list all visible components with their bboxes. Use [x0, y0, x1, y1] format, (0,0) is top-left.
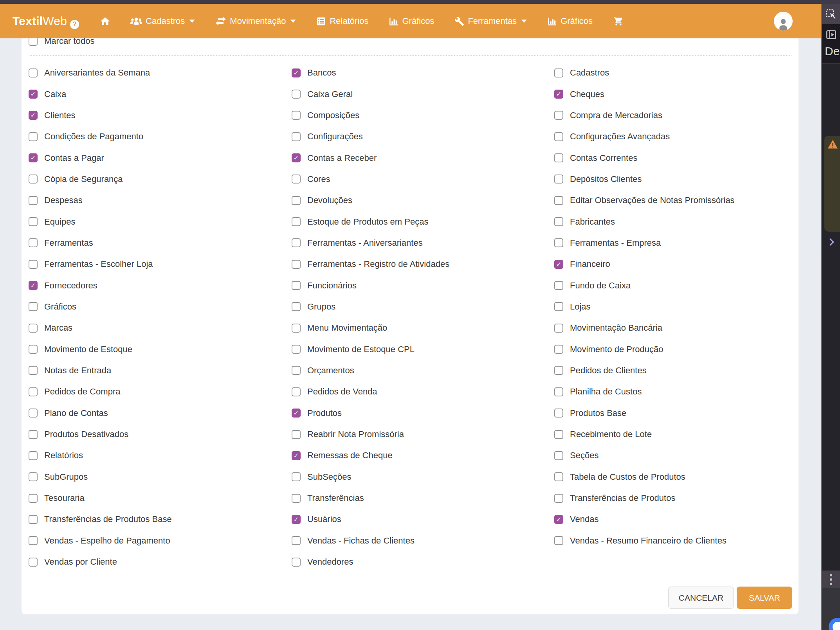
checkbox-unchecked[interactable]	[554, 472, 563, 481]
checkbox-unchecked[interactable]	[292, 494, 301, 503]
checkbox-item[interactable]: Planilha de Custos	[554, 381, 797, 402]
checkbox-unchecked[interactable]	[292, 238, 301, 247]
checkbox-item[interactable]: Vendas por Cliente	[29, 551, 292, 572]
checkbox-unchecked[interactable]	[29, 515, 38, 524]
checkbox-item[interactable]: Plano de Contas	[29, 403, 292, 424]
checkbox-checked[interactable]: ✓	[554, 260, 563, 269]
checkbox-checked[interactable]: ✓	[29, 90, 38, 99]
checkbox-item[interactable]: Depósitos Clientes	[554, 169, 797, 190]
checkbox-unchecked[interactable]	[29, 472, 38, 481]
checkbox-checked[interactable]: ✓	[292, 68, 301, 77]
checkbox-item[interactable]: ✓Remessas de Cheque	[292, 445, 554, 466]
checkbox-item[interactable]: Equipes	[29, 211, 292, 232]
checkbox-unchecked[interactable]	[292, 217, 301, 226]
checkbox-item[interactable]: Orçamentos	[292, 360, 554, 381]
checkbox-unchecked[interactable]	[292, 132, 301, 141]
checkbox-unchecked[interactable]	[554, 153, 563, 162]
checkbox-checked[interactable]: ✓	[292, 409, 301, 418]
checkbox-item[interactable]: Transferências de Produtos	[554, 488, 797, 509]
checkbox-item[interactable]: Condições de Pagamento	[29, 126, 292, 147]
checkbox-item[interactable]: ✓Financeiro	[554, 254, 797, 275]
side-panel-icon[interactable]	[826, 29, 836, 41]
checkbox-item[interactable]: ✓Vendas	[554, 509, 797, 530]
checkbox-unchecked[interactable]	[554, 324, 563, 333]
checkbox-checked[interactable]: ✓	[554, 90, 563, 99]
checkbox-item[interactable]: Despesas	[29, 190, 292, 211]
checkbox-unchecked[interactable]	[554, 132, 563, 141]
checkbox-unchecked[interactable]	[554, 494, 563, 503]
checkbox-item[interactable]: Produtos Base	[554, 403, 797, 424]
checkbox-item[interactable]: Movimento de Estoque CPL	[292, 338, 554, 360]
checkbox-item[interactable]: Cores	[292, 169, 554, 190]
checkbox-unchecked[interactable]	[554, 238, 563, 247]
checkbox-checked[interactable]: ✓	[292, 451, 301, 460]
checkbox-item[interactable]: Ferramentas - Empresa	[554, 232, 797, 254]
checkbox-item[interactable]: Ferramentas	[29, 232, 292, 254]
checkbox-item[interactable]: Relatórios	[29, 445, 292, 466]
checkbox-item[interactable]: Menu Movimentação	[292, 317, 554, 338]
checkbox-item[interactable]: Composições	[292, 105, 554, 126]
checkbox-item[interactable]: Grupos	[292, 296, 554, 317]
checkbox-item[interactable]: Aniversariantes da Semana	[29, 62, 292, 83]
checkbox-unchecked[interactable]	[292, 472, 301, 481]
checkbox-item[interactable]: Estoque de Produtos em Peças	[292, 211, 554, 232]
checkbox-unchecked[interactable]	[292, 175, 301, 184]
checkbox-unchecked[interactable]	[292, 260, 301, 269]
checkbox-unchecked[interactable]	[29, 132, 38, 141]
checkbox-item[interactable]: Reabrir Nota Promissória	[292, 424, 554, 445]
checkbox-item[interactable]: ✓Contas a Pagar	[29, 147, 292, 168]
checkbox-unchecked[interactable]	[554, 345, 563, 354]
checkbox-item[interactable]: ✓Caixa	[29, 83, 292, 104]
checkbox-unchecked[interactable]	[554, 430, 563, 439]
checkbox-item[interactable]: Vendas - Espelho de Pagamento	[29, 530, 292, 551]
checkbox-unchecked[interactable]	[292, 430, 301, 439]
user-avatar[interactable]	[774, 12, 793, 31]
checkbox-item[interactable]: Devoluções	[292, 190, 554, 211]
checkbox-item[interactable]: Vendas - Resumo Financeiro de Clientes	[554, 530, 797, 551]
checkbox-item[interactable]: Pedidos de Venda	[292, 381, 554, 402]
checkbox-unchecked[interactable]	[29, 175, 38, 184]
checkbox-item[interactable]: Tesouraria	[29, 488, 292, 509]
checkbox-unchecked[interactable]	[554, 217, 563, 226]
checkbox-unchecked[interactable]	[554, 281, 563, 290]
checkbox-unchecked[interactable]	[554, 111, 563, 120]
cancel-button[interactable]: CANCELAR	[668, 587, 734, 609]
checkbox-unchecked[interactable]	[292, 196, 301, 205]
checkbox-unchecked[interactable]	[292, 366, 301, 375]
checkbox-unchecked[interactable]	[29, 430, 38, 439]
checkbox-item[interactable]: ✓Usuários	[292, 509, 554, 530]
checkbox-item[interactable]: ✓Contas a Receber	[292, 147, 554, 168]
checkbox-item[interactable]: Fundo de Caixa	[554, 275, 797, 296]
nav-item-cadastros[interactable]: Cadastros	[130, 16, 195, 26]
checkbox-unchecked[interactable]	[29, 387, 38, 396]
nav-item-ferramentas[interactable]: Ferramentas	[454, 16, 527, 26]
nav-item-home[interactable]	[100, 16, 110, 26]
checkbox-item[interactable]: Transferências de Produtos Base	[29, 509, 292, 530]
notification-panel[interactable]	[824, 136, 840, 232]
checkbox-unchecked[interactable]	[292, 281, 301, 290]
checkbox-unchecked[interactable]	[292, 345, 301, 354]
checkbox-unchecked[interactable]	[292, 90, 301, 99]
checkbox-item[interactable]: Fabricantes	[554, 211, 797, 232]
checkbox-unchecked[interactable]	[29, 238, 38, 247]
checkbox-item[interactable]: ✓Cheques	[554, 83, 797, 104]
checkbox-unchecked[interactable]	[29, 345, 38, 354]
checkbox-unchecked[interactable]	[554, 366, 563, 375]
browser-logo-icon[interactable]	[829, 618, 840, 630]
checkbox-checked[interactable]: ✓	[29, 281, 38, 290]
checkbox-unchecked[interactable]	[29, 366, 38, 375]
checkbox-unchecked[interactable]	[554, 175, 563, 184]
nav-item-relat-rios[interactable]: Relatórios	[316, 16, 368, 26]
checkbox-unchecked[interactable]	[29, 451, 38, 460]
nav-item-gr-ficos[interactable]: Gráficos	[389, 16, 434, 26]
checkbox-item[interactable]: SubGrupos	[29, 466, 292, 488]
checkbox-unchecked[interactable]	[554, 302, 563, 311]
checkbox-checked[interactable]: ✓	[292, 515, 301, 524]
checkbox-item[interactable]: Produtos Desativados	[29, 424, 292, 445]
checkbox-unchecked[interactable]	[554, 409, 563, 418]
checkbox-item[interactable]: Gráficos	[29, 296, 292, 317]
checkbox-unchecked[interactable]	[292, 111, 301, 120]
checkbox-item[interactable]: Editar Observações de Notas Promissórias	[554, 190, 797, 211]
checkbox-item[interactable]: Transferências	[292, 488, 554, 509]
checkbox-unchecked[interactable]	[29, 536, 38, 545]
